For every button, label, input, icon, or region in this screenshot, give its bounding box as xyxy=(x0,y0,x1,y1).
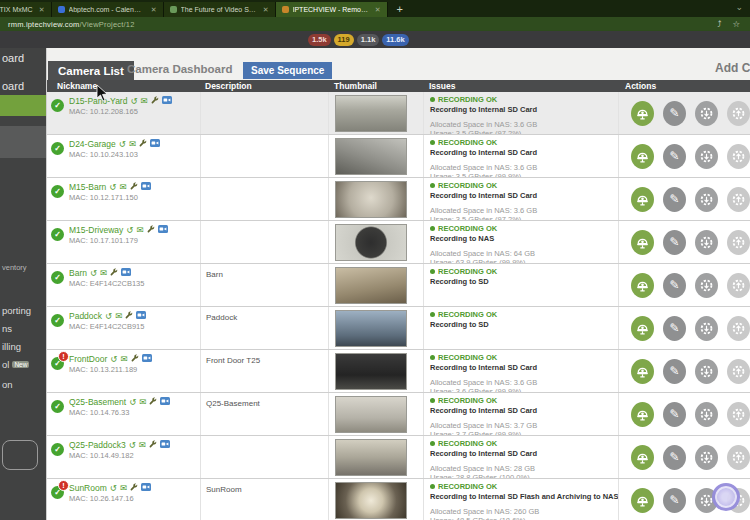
browser-tab[interactable]: IPTECHVIEW - Remote Monitori✕ xyxy=(276,2,388,17)
settings-upload-button[interactable] xyxy=(727,101,750,126)
camera-thumbnail[interactable] xyxy=(335,95,407,132)
camera-thumbnail[interactable] xyxy=(335,181,407,218)
camera-live-button[interactable] xyxy=(631,230,654,255)
camera-thumbnail[interactable] xyxy=(335,138,407,175)
edit-button[interactable]: ✎ xyxy=(663,187,686,212)
settings-upload-button[interactable] xyxy=(727,359,750,384)
mail-icon[interactable]: ✉ xyxy=(120,484,127,493)
settings-upload-button[interactable] xyxy=(727,445,750,470)
video-icon[interactable] xyxy=(142,354,152,364)
tab-close-icon[interactable]: ✕ xyxy=(151,6,157,14)
camera-live-button[interactable] xyxy=(631,402,654,427)
edit-button[interactable]: ✎ xyxy=(663,144,686,169)
address-bar[interactable]: rmm.iptechview.com/ViewProject/12 ⤴ ☆ xyxy=(0,17,750,31)
settings-upload-button[interactable] xyxy=(727,402,750,427)
settings-upload-button[interactable] xyxy=(727,273,750,298)
camera-thumbnail[interactable] xyxy=(335,224,407,261)
settings-download-button[interactable] xyxy=(695,144,718,169)
settings-upload-button[interactable] xyxy=(727,187,750,212)
stats-badge[interactable]: 1.1k xyxy=(357,34,380,46)
wrench-icon[interactable] xyxy=(147,225,155,235)
mail-icon[interactable]: ✉ xyxy=(120,355,127,364)
wrench-icon[interactable] xyxy=(131,354,139,364)
camera-thumbnail[interactable] xyxy=(335,310,407,347)
settings-upload-button[interactable] xyxy=(727,144,750,169)
wrench-icon[interactable] xyxy=(151,96,159,106)
camera-name-link[interactable]: D24-Garage xyxy=(69,139,116,149)
wrench-icon[interactable] xyxy=(125,311,133,321)
history-icon[interactable]: ↺ xyxy=(129,441,136,450)
camera-live-button[interactable] xyxy=(631,445,654,470)
stats-badge[interactable]: 1.5k xyxy=(308,34,331,46)
tab-close-icon[interactable]: ✕ xyxy=(39,6,45,14)
history-icon[interactable]: ↺ xyxy=(126,226,133,235)
wrench-icon[interactable] xyxy=(130,182,138,192)
stats-badge[interactable]: 119 xyxy=(334,34,354,46)
video-icon[interactable] xyxy=(150,139,160,149)
history-icon[interactable]: ↺ xyxy=(130,97,137,106)
mail-icon[interactable]: ✉ xyxy=(141,97,148,106)
column-nickname[interactable]: Nickname xyxy=(47,80,201,92)
camera-name-link[interactable]: SunRoom xyxy=(69,483,107,493)
edit-button[interactable]: ✎ xyxy=(663,101,686,126)
stats-badge[interactable]: 11.6k xyxy=(382,34,408,46)
camera-live-button[interactable] xyxy=(631,187,654,212)
sidebar-item[interactable]: ns xyxy=(2,323,46,334)
column-actions[interactable]: Actions xyxy=(619,80,750,92)
sidebar-item[interactable]: on xyxy=(2,379,46,390)
camera-live-button[interactable] xyxy=(631,359,654,384)
edit-button[interactable]: ✎ xyxy=(663,402,686,427)
history-icon[interactable]: ↺ xyxy=(110,484,117,493)
add-camera-button[interactable]: Add Ca xyxy=(715,61,750,75)
wrench-icon[interactable] xyxy=(149,397,157,407)
edit-button[interactable]: ✎ xyxy=(663,316,686,341)
sidebar-item[interactable]: ventory xyxy=(2,263,46,272)
camera-thumbnail[interactable] xyxy=(335,267,407,304)
video-icon[interactable] xyxy=(160,397,170,407)
share-icon[interactable]: ⤴ xyxy=(717,19,721,29)
camera-thumbnail[interactable] xyxy=(335,482,407,519)
settings-upload-button[interactable] xyxy=(727,230,750,255)
sidebar-active-item[interactable] xyxy=(0,95,46,116)
video-icon[interactable] xyxy=(121,268,131,278)
settings-upload-button[interactable] xyxy=(727,316,750,341)
wrench-icon[interactable] xyxy=(110,268,118,278)
camera-name-link[interactable]: M15-Barn xyxy=(69,182,106,192)
edit-button[interactable]: ✎ xyxy=(663,230,686,255)
history-icon[interactable]: ↺ xyxy=(105,312,112,321)
video-icon[interactable] xyxy=(141,483,151,493)
settings-download-button[interactable] xyxy=(695,445,718,470)
camera-thumbnail[interactable] xyxy=(335,439,407,476)
wrench-icon[interactable] xyxy=(130,483,138,493)
settings-download-button[interactable] xyxy=(695,273,718,298)
mail-icon[interactable]: ✉ xyxy=(129,140,136,149)
tab-close-icon[interactable]: ✕ xyxy=(375,6,381,14)
column-issues[interactable]: Issues xyxy=(424,80,619,92)
mail-icon[interactable]: ✉ xyxy=(115,312,122,321)
chevron-down-icon[interactable]: ⌄ xyxy=(735,2,743,12)
history-icon[interactable]: ↺ xyxy=(109,183,116,192)
sidebar-item[interactable]: illing xyxy=(2,341,46,352)
video-icon[interactable] xyxy=(158,225,168,235)
edit-button[interactable]: ✎ xyxy=(663,445,686,470)
browser-tab[interactable]: The Future of Video Surveillance✕ xyxy=(164,2,276,17)
sidebar-item[interactable]: olNew xyxy=(2,359,46,370)
settings-download-button[interactable] xyxy=(695,230,718,255)
video-icon[interactable] xyxy=(141,182,151,192)
camera-live-button[interactable] xyxy=(631,488,654,513)
mail-icon[interactable]: ✉ xyxy=(136,226,143,235)
camera-live-button[interactable] xyxy=(631,101,654,126)
mail-icon[interactable]: ✉ xyxy=(100,269,107,278)
edit-button[interactable]: ✎ xyxy=(663,359,686,384)
history-icon[interactable]: ↺ xyxy=(129,398,136,407)
sidebar-item[interactable]: oard xyxy=(2,80,46,92)
camera-thumbnail[interactable] xyxy=(335,396,407,433)
camera-thumbnail[interactable] xyxy=(335,353,407,390)
camera-name-link[interactable]: Barn xyxy=(69,268,87,278)
sidebar-item[interactable]: oard xyxy=(2,52,46,64)
browser-tab[interactable]: Abptech.com - Calendar - Week✕ xyxy=(52,2,164,17)
edit-button[interactable]: ✎ xyxy=(663,273,686,298)
camera-name-link[interactable]: FrontDoor xyxy=(69,354,107,364)
wrench-icon[interactable] xyxy=(139,139,147,149)
camera-name-link[interactable]: Q25-Basement xyxy=(69,397,126,407)
